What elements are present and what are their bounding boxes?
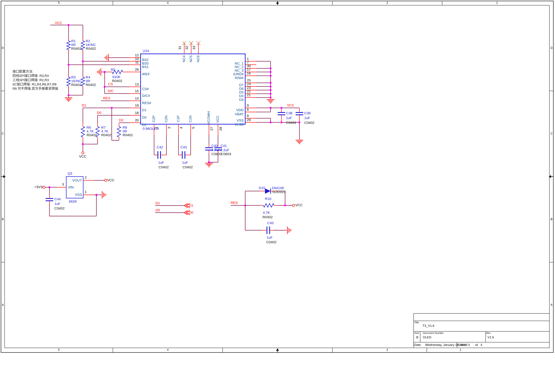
ic-pin-name: NC_2 bbox=[219, 65, 244, 69]
net-label-vcc-top: VCC bbox=[55, 21, 62, 25]
ic-pin-number: 28 bbox=[219, 127, 222, 131]
ic-pin-name: C1N bbox=[189, 116, 192, 122]
terminal-label-3v3: +3V3 bbox=[34, 185, 43, 189]
net-label-cs: CS bbox=[108, 82, 113, 86]
comp-value-R3: 1K/NC bbox=[71, 79, 81, 83]
q3-pin-vss: VSS bbox=[66, 193, 82, 196]
ic-pin-name: NC_3 bbox=[219, 69, 244, 72]
titleblock-docnum: OLED bbox=[423, 336, 431, 339]
ic-pin-name: NC4 bbox=[182, 55, 186, 62]
comp-ref-R4: R4 bbox=[86, 75, 90, 79]
note-line: 三线SPI接口焊接: R2,R3 bbox=[13, 78, 49, 82]
ic-pin-number: 5 bbox=[191, 127, 195, 129]
ic-pin-number: 21 bbox=[247, 93, 251, 97]
ic-pin-name: NC5 bbox=[189, 55, 193, 62]
titleblock-of-label: of bbox=[475, 343, 478, 347]
ic-pin-number: 10 bbox=[130, 57, 139, 61]
comp-footprint-R1: R0402 bbox=[71, 47, 81, 51]
note-line: IIC接口焊接: R1,R4,R6,R7,R8 bbox=[13, 83, 57, 86]
ic-pin-number: 23 bbox=[247, 86, 251, 89]
comp-value-R1: 0R bbox=[71, 43, 76, 47]
grid-row-left: C bbox=[1, 132, 4, 135]
comp-footprint-C43: C0402 bbox=[183, 165, 193, 169]
comp-value-C45: 1uF bbox=[267, 236, 273, 239]
comp-footprint-R4: R0402 bbox=[86, 83, 96, 87]
titleblock-title: T3_V1.6 bbox=[423, 324, 434, 327]
titleblock-docnum-label: Document Number bbox=[423, 332, 444, 334]
comp-ref-D15: D15 bbox=[259, 186, 265, 190]
ic-pin-name: VCC bbox=[216, 116, 219, 123]
comp-value-R4: 0R bbox=[86, 79, 90, 83]
ic-pin-name: D6 bbox=[219, 87, 244, 90]
grid-row-left: D bbox=[1, 46, 4, 50]
net-label-dc: D/C bbox=[108, 89, 114, 93]
terminal-label-vcc-q3: VCC bbox=[107, 178, 114, 182]
comp-ref-C38: C38 bbox=[286, 111, 292, 115]
terminal-label-vcc-r10: VCC bbox=[295, 203, 303, 207]
ic-pin-number: 13 bbox=[130, 82, 139, 86]
net-label-d0: D0 bbox=[97, 111, 101, 115]
comp-footprint-C40: C0603 bbox=[212, 152, 222, 156]
comp-ref-R5: R5 bbox=[111, 68, 115, 72]
comp-value-C40: 4.7uF bbox=[212, 148, 220, 152]
ic-pin-number: 24 bbox=[247, 82, 251, 86]
ic-pin-number: 2 bbox=[155, 127, 159, 129]
ic-pin-name: CS# bbox=[142, 87, 149, 91]
ic-pin-number: 12 bbox=[130, 53, 139, 57]
comp-value-C41: 2.2uF bbox=[220, 148, 229, 152]
ic-pin-number: 19 bbox=[130, 104, 139, 107]
grid-row-right: D bbox=[550, 46, 553, 50]
ic-pin-number: 17 bbox=[247, 68, 251, 71]
comp-footprint-R10: R0402 bbox=[263, 215, 273, 219]
ic-pin-name: C2N bbox=[164, 116, 168, 122]
ic-pin-number: 30 bbox=[247, 64, 251, 68]
ic-pin-name: C2P bbox=[152, 116, 156, 122]
comp-footprint-R6: R0402 bbox=[87, 133, 97, 137]
net-label-d0-wire: D0 bbox=[156, 208, 160, 212]
comp-ref-C45: C45 bbox=[267, 221, 274, 225]
comp-value-R10: 4.7K bbox=[263, 211, 270, 214]
titleblock-sheet-total: 4 bbox=[481, 343, 482, 347]
ic-pin-name: BS0 bbox=[142, 62, 149, 65]
comp-value-C43: 1uF bbox=[182, 161, 188, 164]
ic-pin-name: D0 bbox=[142, 116, 146, 119]
ic-pin-number: 6 bbox=[247, 108, 249, 111]
ic-pin-number: 20 bbox=[130, 118, 139, 122]
comp-ref-C42: C42 bbox=[157, 145, 163, 149]
comp-value-D15: 1N4148 bbox=[271, 186, 284, 190]
ic-ref: U24 bbox=[143, 49, 149, 53]
ic-pin-name: VDD bbox=[219, 108, 244, 112]
ic-pin-name: VBAT bbox=[219, 112, 244, 116]
comp-ref-C39: C39 bbox=[304, 111, 311, 115]
comp-footprint-C39: C0402 bbox=[304, 121, 314, 124]
ic-pin-name: VLSS bbox=[219, 123, 244, 126]
grid-col-bottom: 5 bbox=[57, 348, 60, 351]
titleblock-sheet-num: 3 bbox=[468, 343, 470, 347]
net-label-res2: RES bbox=[231, 201, 238, 204]
ic-pin-name: D2 bbox=[142, 123, 146, 127]
comp-ref-C40: C40 bbox=[212, 144, 218, 148]
q3-pin-number-vin: 3 bbox=[62, 182, 64, 186]
ic-pin-number: 32 bbox=[185, 46, 189, 50]
titleblock-size-label: Size bbox=[414, 332, 419, 334]
comp-ref-R1: R1 bbox=[71, 39, 76, 43]
ic-pin-number: 4 bbox=[179, 127, 183, 129]
ic-pin-name: RES# bbox=[142, 101, 151, 105]
ic-pin-number: 8 bbox=[247, 114, 249, 118]
comp-footprint-R7: R0402 bbox=[101, 133, 111, 137]
comp-footprint-D15: SOD323 bbox=[272, 190, 285, 194]
ic-pin-number: 16 bbox=[247, 72, 251, 75]
grid-row-left: B bbox=[1, 218, 4, 221]
ic-pin-number: 3 bbox=[167, 127, 171, 129]
comp-value-C44: 1uF bbox=[54, 202, 60, 206]
net-label-vcc-caps: VCC bbox=[287, 103, 294, 107]
comp-ref-R10: R10 bbox=[265, 197, 271, 201]
comp-footprint-R3: R0402 bbox=[71, 83, 81, 87]
grid-col-bottom: 1 bbox=[459, 348, 462, 351]
comp-value-R6: 4.7K bbox=[87, 130, 94, 133]
ic-pin-number: 1 bbox=[247, 57, 249, 61]
ic-pin-name: E/RD# bbox=[219, 72, 244, 76]
grid-row-left: A bbox=[1, 303, 4, 306]
ic-pin-name: VSS bbox=[219, 119, 244, 122]
ic-pin-name: IREF bbox=[142, 72, 150, 76]
